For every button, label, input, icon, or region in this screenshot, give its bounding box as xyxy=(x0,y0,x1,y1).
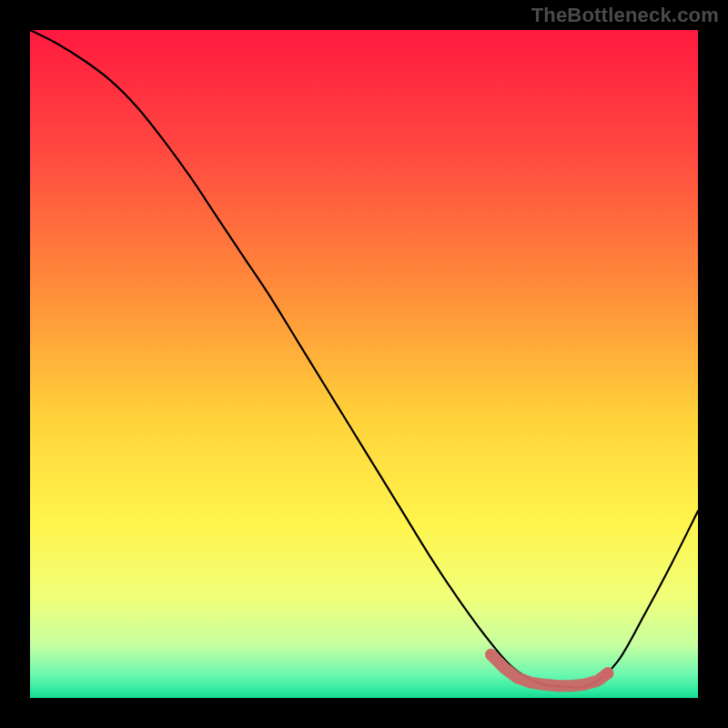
svg-point-0 xyxy=(602,667,613,679)
plot-area xyxy=(30,30,698,698)
gradient-background xyxy=(30,30,698,698)
chart-container: TheBottleneck.com xyxy=(0,0,728,728)
plot-svg xyxy=(30,30,698,698)
attribution-text: TheBottleneck.com xyxy=(531,4,719,27)
